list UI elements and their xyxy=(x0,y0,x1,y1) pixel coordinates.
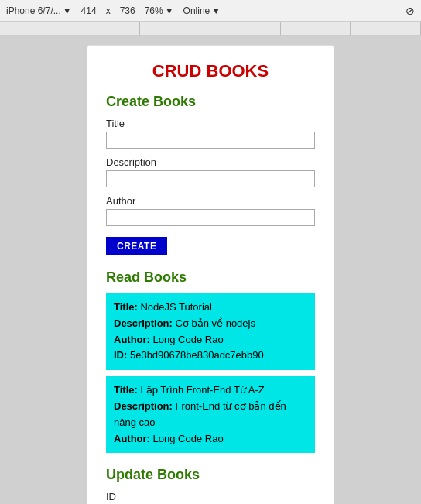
title-field-group: Title xyxy=(106,118,315,149)
ruler-segment xyxy=(210,22,281,35)
device-label: iPhone 6/7/... xyxy=(6,5,61,16)
update-id-label: ID xyxy=(106,491,315,502)
book1-title: Title: NodeJS Tutorial xyxy=(114,300,307,316)
book2-title-value: Lập Trình Front-End Từ A-Z xyxy=(140,384,264,396)
author-field-group: Author xyxy=(106,195,315,226)
main-card: CRUD BOOKS Create Books Title Descriptio… xyxy=(87,45,334,504)
book1-description: Description: Cơ bản về nodejs xyxy=(114,316,307,332)
book1-desc-label: Description: xyxy=(114,317,175,329)
ruler-segment xyxy=(0,22,70,35)
book1-title-value: NodeJS Tutorial xyxy=(140,301,212,313)
book2-author-label: Author: xyxy=(114,433,153,444)
title-input[interactable] xyxy=(106,132,315,149)
network-selector[interactable]: Online ▼ xyxy=(183,5,221,16)
page-title: CRUD BOOKS xyxy=(106,61,315,81)
book1-title-label: Title: xyxy=(114,301,140,313)
ruler-segment xyxy=(351,22,421,35)
book-card-1: Title: NodeJS Tutorial Description: Cơ b… xyxy=(106,293,315,370)
book1-author: Author: Long Code Rao xyxy=(114,332,307,348)
read-section: Read Books Title: NodeJS Tutorial Descri… xyxy=(106,269,315,453)
network-chevron: ▼ xyxy=(211,5,221,16)
book2-title: Title: Lập Trình Front-End Từ A-Z xyxy=(114,382,307,399)
book2-description: Description: Front-End từ cơ bản đến nân… xyxy=(114,399,307,431)
read-section-heading: Read Books xyxy=(106,269,315,286)
zoom-selector[interactable]: 76% ▼ xyxy=(145,5,174,16)
create-button[interactable]: CREATE xyxy=(106,237,167,255)
update-section: Update Books ID xyxy=(106,467,315,504)
ruler-segment xyxy=(281,22,351,35)
book1-author-label: Author: xyxy=(114,334,153,345)
book2-author: Author: Long Code Rao xyxy=(114,431,307,447)
browser-bar: iPhone 6/7/... ▼ 414 x 736 76% ▼ Online … xyxy=(0,0,421,22)
book1-author-value: Long Code Rao xyxy=(153,334,224,345)
content-area: CRUD BOOKS Create Books Title Descriptio… xyxy=(0,36,421,504)
network-label: Online xyxy=(183,5,210,16)
viewport-height: 736 xyxy=(120,5,135,16)
update-section-heading: Update Books xyxy=(106,467,315,483)
zoom-chevron: ▼ xyxy=(165,5,174,16)
device-chevron: ▼ xyxy=(63,5,72,16)
description-field-group: Description xyxy=(106,156,315,187)
viewport-width: 414 xyxy=(81,5,97,16)
zoom-label: 76% xyxy=(145,5,163,16)
viewport-x: x xyxy=(106,5,111,16)
description-input[interactable] xyxy=(106,170,315,187)
title-label: Title xyxy=(106,118,315,129)
book2-desc-label: Description: xyxy=(114,400,175,412)
create-section: Create Books Title Description Author CR… xyxy=(106,94,315,255)
author-input[interactable] xyxy=(106,209,315,226)
book1-id-value: 5e3bd90678be830adc7ebb90 xyxy=(130,349,264,361)
ruler-segment xyxy=(140,22,210,35)
book1-id: ID: 5e3bd90678be830adc7ebb90 xyxy=(114,348,307,364)
device-selector[interactable]: iPhone 6/7/... ▼ xyxy=(6,5,72,16)
book1-id-label: ID: xyxy=(114,349,130,361)
create-section-heading: Create Books xyxy=(106,94,315,110)
book1-desc-value: Cơ bản về nodejs xyxy=(175,317,255,329)
ruler-bar xyxy=(0,22,421,36)
update-id-field-group: ID xyxy=(106,491,315,504)
rotate-icon[interactable]: ⊘ xyxy=(406,5,415,17)
book2-title-label: Title: xyxy=(114,384,140,396)
ruler-segment xyxy=(70,22,141,35)
author-label: Author xyxy=(106,195,315,207)
book-card-2: Title: Lập Trình Front-End Từ A-Z Descri… xyxy=(106,376,315,453)
book2-author-value: Long Code Rao xyxy=(153,433,224,444)
description-label: Description xyxy=(106,156,315,168)
